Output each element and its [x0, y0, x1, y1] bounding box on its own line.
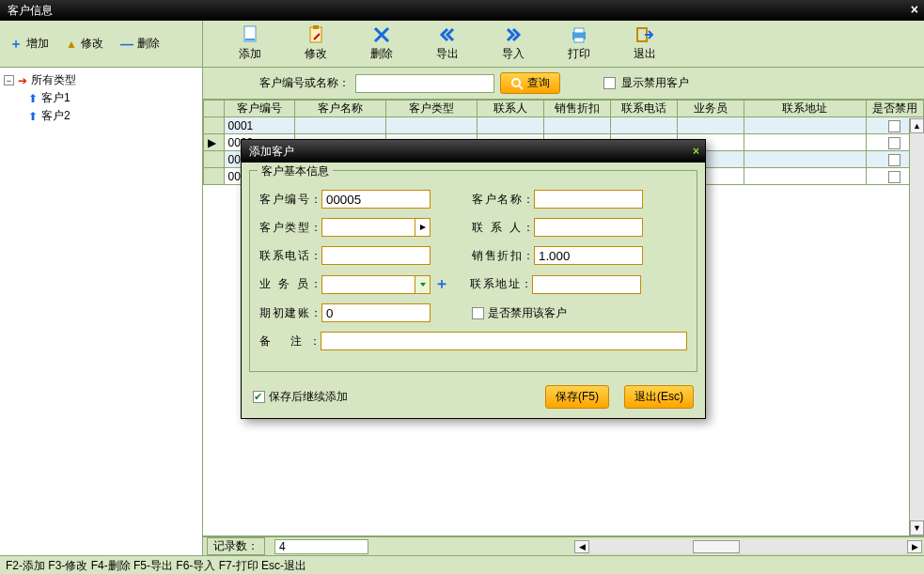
row-header-corner — [204, 101, 225, 117]
basic-info-fieldset: 客户基本信息 客户编号 客户名称 客户类型 联 系 人 联系电话 销售 — [249, 170, 697, 372]
type-label: 客户类型 — [259, 220, 321, 236]
dropdown-icon[interactable] — [415, 219, 430, 236]
status-text: F2-添加 F3-修改 F4-删除 F5-导出 F6-导入 F7-打印 Esc-… — [6, 559, 306, 572]
continue-add-checkbox[interactable] — [253, 391, 265, 403]
remark-label: 备 注 — [259, 334, 321, 349]
row-disabled-checkbox[interactable] — [888, 120, 901, 132]
show-disabled-checkbox[interactable] — [603, 77, 616, 89]
plus-icon: ＋ — [9, 36, 23, 53]
disable-customer-label: 是否禁用该客户 — [488, 305, 567, 321]
window-close-icon[interactable]: × — [911, 2, 918, 17]
x-icon — [372, 25, 391, 44]
printer-icon — [570, 25, 588, 44]
code-input[interactable] — [321, 190, 431, 209]
address-label: 联系地址 — [470, 276, 532, 292]
scroll-left-icon[interactable]: ◀ — [574, 540, 589, 553]
exit-label: 退出 — [634, 46, 656, 62]
exit-button[interactable]: 退出 — [626, 25, 664, 62]
search-input[interactable] — [355, 74, 494, 93]
arrow-up-icon: ⬆ — [28, 110, 38, 123]
import-button[interactable]: 导入 — [494, 25, 532, 62]
tree-delete-button[interactable]: — 删除 — [120, 36, 160, 52]
table-row[interactable]: 0001 — [204, 117, 924, 134]
col-type[interactable]: 客户类型 — [385, 101, 477, 117]
row-disabled-checkbox[interactable] — [888, 137, 901, 149]
folder-icon: ➔ — [18, 74, 27, 87]
add-sales-icon[interactable]: ＋ — [434, 274, 449, 294]
contact-input[interactable] — [534, 218, 643, 237]
tree-edit-button[interactable]: ▲ 修改 — [66, 36, 103, 52]
arrow-up-icon: ⬆ — [28, 92, 38, 105]
print-label: 打印 — [568, 46, 590, 62]
row-disabled-checkbox[interactable] — [888, 171, 901, 183]
window-titlebar: 客户信息 × — [0, 0, 924, 21]
tree-collapse-icon[interactable]: − — [4, 75, 14, 85]
export-button[interactable]: 导出 — [429, 25, 466, 62]
scroll-thumb[interactable] — [693, 540, 740, 553]
name-input[interactable] — [534, 190, 643, 209]
dialog-save-button[interactable]: 保存(F5) — [545, 385, 609, 409]
type-combo[interactable] — [321, 218, 431, 237]
discount-input[interactable] — [534, 246, 643, 265]
tree-edit-label: 修改 — [81, 36, 103, 52]
dialog-titlebar[interactable]: 添加客户 × — [242, 140, 705, 163]
svg-rect-1 — [245, 39, 255, 40]
address-input[interactable] — [532, 275, 641, 294]
scroll-down-icon[interactable]: ▼ — [910, 520, 924, 535]
delete-label: 删除 — [370, 46, 393, 62]
sales-combo[interactable] — [321, 275, 431, 294]
dialog-exit-label: 退出(Esc) — [634, 389, 683, 405]
minus-icon: — — [120, 37, 133, 52]
add-customer-dialog: 添加客户 × 客户基本信息 客户编号 客户名称 客户类型 联 系 人 联系电话 — [241, 139, 706, 419]
tree-leaf-node[interactable]: ⬆ 客户1 — [28, 89, 198, 107]
init-label: 期初建账 — [259, 305, 321, 321]
print-button[interactable]: 打印 — [560, 25, 598, 62]
svg-rect-3 — [313, 25, 319, 29]
disable-customer-checkbox[interactable] — [472, 307, 484, 319]
record-count-value: 4 — [274, 539, 368, 554]
col-name[interactable]: 客户名称 — [294, 101, 385, 117]
search-button[interactable]: 查询 — [500, 72, 560, 94]
col-address[interactable]: 联系地址 — [744, 101, 866, 117]
tree-toolbar: ＋ 增加 ▲ 修改 — 删除 — [0, 21, 203, 67]
dialog-button-bar: 保存后继续添加 保存(F5) 退出(Esc) — [242, 380, 705, 418]
col-contact[interactable]: 联系人 — [477, 101, 543, 117]
scroll-up-icon[interactable]: ▲ — [910, 118, 924, 133]
import-label: 导入 — [502, 46, 525, 62]
category-tree: − ➔ 所有类型 ⬆ 客户1 ⬆ 客户2 — [0, 68, 203, 555]
tree-delete-label: 删除 — [137, 36, 160, 52]
tree-root-node[interactable]: − ➔ 所有类型 — [4, 71, 198, 89]
tree-leaf-node[interactable]: ⬆ 客户2 — [28, 107, 198, 125]
chevron-down-icon[interactable] — [415, 276, 430, 293]
col-phone[interactable]: 联系电话 — [611, 101, 678, 117]
magnifier-icon — [510, 77, 524, 90]
grid-footer: 记录数： 4 ◀ ▶ — [203, 536, 924, 555]
edit-button[interactable]: 修改 — [297, 25, 335, 62]
horizontal-scrollbar[interactable]: ◀ ▶ — [574, 539, 922, 553]
dialog-title: 添加客户 — [249, 144, 294, 160]
add-button[interactable]: 添加 — [231, 25, 269, 62]
contact-label: 联 系 人 — [472, 220, 534, 236]
tree-leaf-label: 客户2 — [41, 108, 70, 124]
tree-add-button[interactable]: ＋ 增加 — [9, 36, 49, 53]
phone-input[interactable] — [321, 246, 431, 265]
triangle-up-icon: ▲ — [66, 38, 77, 51]
continue-add-label: 保存后继续添加 — [269, 389, 348, 405]
col-code[interactable]: 客户编号 — [224, 101, 294, 117]
show-disabled-label: 显示禁用客户 — [621, 75, 689, 91]
remark-input[interactable] — [321, 332, 687, 350]
row-disabled-checkbox[interactable] — [888, 154, 901, 166]
delete-button[interactable]: 删除 — [363, 25, 400, 62]
vertical-scrollbar[interactable]: ▲ ▼ — [909, 118, 924, 535]
arrow-left-double-icon — [438, 25, 457, 44]
col-sales[interactable]: 业务员 — [678, 101, 744, 117]
tree-add-label: 增加 — [26, 36, 49, 52]
dialog-close-icon[interactable]: × — [693, 145, 699, 158]
tree-leaf-label: 客户1 — [41, 90, 70, 106]
col-disabled[interactable]: 是否禁用 — [866, 101, 923, 117]
init-input[interactable] — [321, 303, 431, 322]
col-discount[interactable]: 销售折扣 — [543, 101, 610, 117]
scroll-right-icon[interactable]: ▶ — [907, 540, 922, 553]
dialog-exit-button[interactable]: 退出(Esc) — [624, 385, 694, 409]
fieldset-legend: 客户基本信息 — [258, 163, 333, 179]
